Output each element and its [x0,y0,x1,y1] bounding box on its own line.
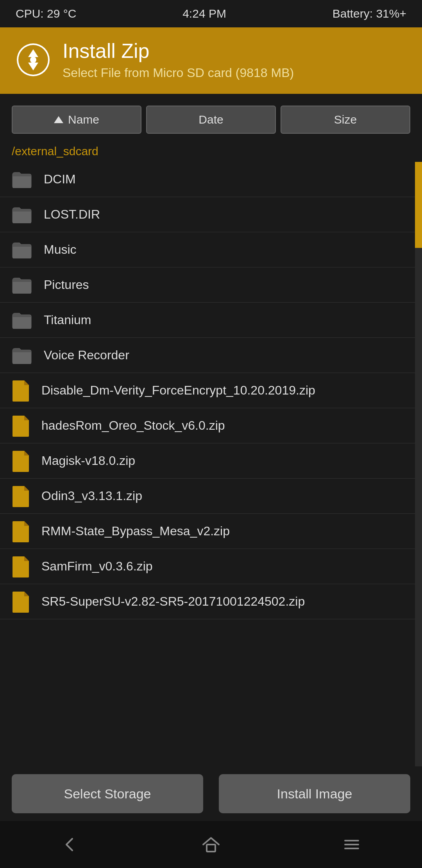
zip-file-icon [12,591,30,613]
zip-file-icon [12,450,30,472]
zip-file-icon [12,380,30,402]
header-title: Install Zip [63,39,294,63]
sort-date-button[interactable]: Date [146,106,276,134]
file-list: DCIM LOST.DIR Music Pictur [0,162,415,821]
scroll-thumb[interactable] [415,162,422,248]
menu-button[interactable] [340,833,363,856]
item-name: Music [44,242,403,257]
zip-file-icon [12,415,30,437]
list-item[interactable]: Music [0,232,415,267]
item-name: DCIM [44,172,403,187]
item-name: Voice Recorder [44,348,403,362]
sort-name-label: Name [68,113,99,126]
list-item[interactable]: SR5-SuperSU-v2.82-SR5-20171001224502.zip [0,584,415,619]
list-item[interactable]: DCIM [0,162,415,197]
list-item[interactable]: Pictures [0,267,415,303]
folder-icon [12,347,32,364]
item-name: Disable_Dm-Verity_ForceEncrypt_10.20.201… [41,383,403,398]
sort-size-button[interactable]: Size [281,106,410,134]
item-name: hadesRom_Oreo_Stock_v6.0.zip [41,418,403,433]
home-button[interactable] [199,833,223,856]
list-item[interactable]: hadesRom_Oreo_Stock_v6.0.zip [0,408,415,443]
sort-date-label: Date [198,113,223,126]
cpu-status: CPU: 29 °C [16,7,76,20]
item-name: Magisk-v18.0.zip [41,454,403,468]
item-name: LOST.DIR [44,207,403,222]
file-list-container: DCIM LOST.DIR Music Pictur [0,162,422,821]
current-path: /external_sdcard [0,138,422,162]
item-name: Titanium [44,313,403,327]
back-button[interactable] [59,833,82,856]
nav-bar [0,821,422,868]
item-name: SamFirm_v0.3.6.zip [41,559,403,574]
list-item[interactable]: Titanium [0,303,415,338]
app-icon [16,42,51,77]
sort-bar: Name Date Size [0,94,422,138]
list-item[interactable]: Magisk-v18.0.zip [0,443,415,479]
header-text: Install Zip Select File from Micro SD ca… [63,39,294,80]
list-item[interactable]: LOST.DIR [0,197,415,232]
svg-point-4 [30,57,36,63]
battery-status: Battery: 31%+ [333,7,406,20]
folder-icon [12,206,32,223]
svg-rect-5 [207,845,215,852]
bottom-buttons: Select Storage Install Image [0,766,422,821]
install-image-button[interactable]: Install Image [219,774,410,813]
header: Install Zip Select File from Micro SD ca… [0,27,422,94]
header-subtitle: Select File from Micro SD card (9818 MB) [63,66,294,80]
list-item[interactable]: SamFirm_v0.3.6.zip [0,549,415,584]
folder-icon [12,276,32,294]
zip-file-icon [12,485,30,507]
list-item[interactable]: Voice Recorder [0,338,415,373]
sort-name-button[interactable]: Name [12,106,141,134]
sort-size-label: Size [334,113,357,126]
item-name: Pictures [44,278,403,292]
status-bar: CPU: 29 °C 4:24 PM Battery: 31%+ [0,0,422,27]
list-item[interactable]: Odin3_v3.13.1.zip [0,479,415,514]
item-name: SR5-SuperSU-v2.82-SR5-20171001224502.zip [41,594,403,609]
folder-icon [12,312,32,329]
main-content: Install Zip Select File from Micro SD ca… [0,27,422,821]
folder-icon [12,241,32,258]
item-name: RMM-State_Bypass_Mesa_v2.zip [41,524,403,538]
select-storage-button[interactable]: Select Storage [12,774,203,813]
list-item[interactable]: RMM-State_Bypass_Mesa_v2.zip [0,514,415,549]
folder-icon [12,171,32,188]
list-item[interactable]: Disable_Dm-Verity_ForceEncrypt_10.20.201… [0,373,415,408]
time-status: 4:24 PM [182,7,226,20]
sort-arrow-icon [54,116,63,123]
zip-file-icon [12,556,30,577]
zip-file-icon [12,520,30,542]
item-name: Odin3_v3.13.1.zip [41,489,403,503]
scroll-track[interactable] [415,162,422,821]
